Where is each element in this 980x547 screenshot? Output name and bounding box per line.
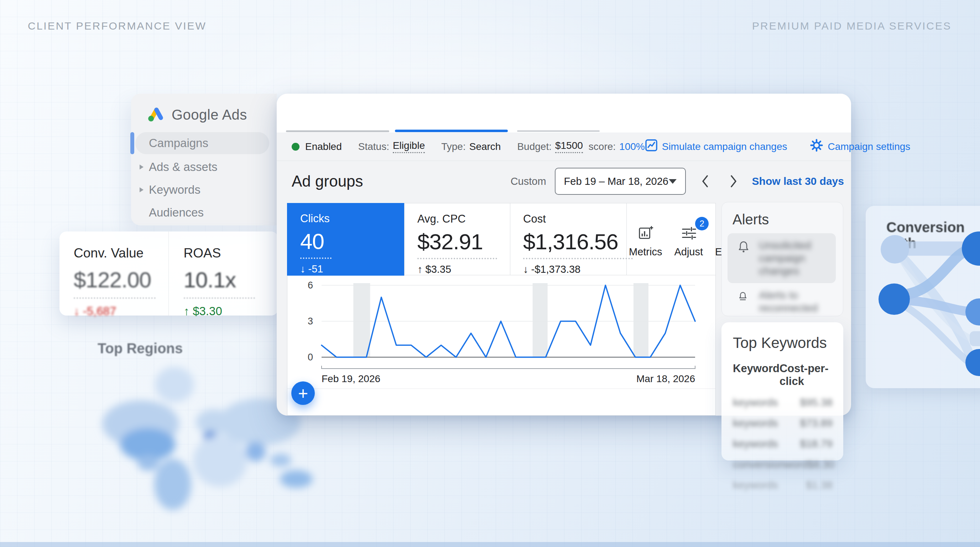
tab-indicator-inactive-2[interactable] [517,130,600,132]
google-ads-logo: Google Ads [131,94,277,124]
show-last-30-days-link[interactable]: Show last 30 days [752,175,844,187]
metrics-button[interactable]: Metrics [629,225,662,258]
next-period-button[interactable] [724,172,743,191]
budget-field: Budget: $1500 score: 100% [517,140,644,153]
sidebar-item-label: Campaigns [149,137,208,150]
custom-label: Custom [511,176,546,187]
svg-text:Feb 19, 2026: Feb 19, 2026 [321,373,380,384]
action-label: Adjust [674,246,703,258]
chevron-down-icon [669,179,676,184]
simulate-label: Simulate campaign changes [662,141,788,153]
alert-item[interactable]: Unsolicited campaign changes [727,233,836,283]
metrics-icon [638,225,654,243]
top-regions-title: Top Regions [97,340,183,356]
keyword-column-header: Keyword [733,362,780,388]
top-keywords-panel: Top Keywords Keyword Cost-per-click keyw… [721,322,843,461]
status-field: Status: Eligible [358,140,425,153]
chevron-right-icon [140,187,143,192]
metric-label: Clicks [300,212,404,225]
dotted-underline [300,258,331,259]
chevron-right-icon [140,165,143,170]
enabled-status: Enabled [292,141,342,153]
cpc-cell: $18.79 [800,438,832,450]
cpc-column-header: Cost-per-click [780,362,832,388]
alert-item[interactable]: Alerts to reconnected [732,284,836,320]
sidebar: Google Ads Campaigns Ads & assets Keywor… [131,94,277,226]
tab-indicator-active[interactable] [395,130,508,132]
cpc-cell: $8.30 [808,458,834,471]
metric-card-avg-cpc[interactable]: Avg. CPC $32.91 ↑ $3.35 [404,204,510,275]
roas-delta: ↑ $3.30 [184,304,278,318]
tab-strip [277,94,851,132]
keyword-row[interactable]: keywords $73.89 [733,417,832,429]
conv-value-amount: $122.00 [74,267,169,293]
logo-text: Google Ads [172,107,247,123]
metric-value: $32.91 [417,229,510,254]
score-label: score: [589,141,616,153]
sidebar-item-ads-assets[interactable]: Ads & assets [131,156,277,178]
campaign-settings-button[interactable]: Campaign settings [810,138,910,154]
google-ads-logo-icon [145,105,165,124]
cpc-cell: $73.89 [800,417,832,429]
sidebar-item-campaigns[interactable]: Campaigns [131,132,277,154]
svg-text:0: 0 [308,352,313,363]
adjust-badge: 2 [695,217,709,231]
date-range-dropdown[interactable]: Feb 19 – Mar 18, 2026 [555,168,686,195]
keyword-cell: keywords [733,396,778,409]
svg-text:Mar 18, 2026: Mar 18, 2026 [636,373,695,384]
conv-value-label: Conv. Value [74,246,169,261]
metric-card-clicks[interactable]: Clicks 40 ↓ -51 [287,203,404,276]
metric-value: 40 [300,229,404,254]
alert-text: Unsolicited campaign changes [759,239,832,277]
keyword-row[interactable]: keywords $1.38 [733,479,832,491]
budget-value[interactable]: $1500 [555,140,583,153]
roas-label: ROAS [184,246,278,261]
cpc-cell: $95.38 [800,396,832,409]
sidebar-item-audiences[interactable]: Audiences [131,201,277,224]
adgroups-header: Ad groups Custom Feb 19 – Mar 18, 2026 S… [277,161,851,202]
type-label: Type: [441,141,465,153]
sidebar-item-label: Audiences [149,206,204,219]
top-keywords-title: Top Keywords [733,334,832,351]
campaign-settings-label: Campaign settings [827,141,910,153]
status-value[interactable]: Eligible [393,140,425,153]
keyword-cell: conversionword [733,458,808,471]
sidebar-item-label: Ads & assets [149,160,218,174]
tab-indicator-inactive-1[interactable] [286,130,389,132]
svg-text:6: 6 [308,280,313,291]
dotted-underline [184,297,255,299]
conversion-path-card: Conversion path [866,206,980,388]
gear-icon [810,138,823,154]
enabled-dot-icon [292,143,299,151]
keyword-row[interactable]: conversionword $8.30 [733,458,832,471]
simulate-chart-icon [645,139,658,154]
prev-period-button[interactable] [696,172,714,191]
svg-text:3: 3 [308,316,313,326]
bell-icon [737,239,751,255]
score-value: 100% [619,141,645,153]
enabled-label: Enabled [305,141,342,153]
keyword-cell: keywords [733,417,778,429]
metric-delta: ↓ -$1,373.38 [523,264,627,275]
header-left-label: CLIENT PERFORMANCE VIEW [28,20,207,32]
sidebar-item-keywords[interactable]: Keywords [131,178,277,201]
adjust-sliders-icon [681,225,697,243]
metric-label: Cost [523,213,627,226]
action-label: Metrics [629,246,662,258]
metric-card-cost[interactable]: Cost $1,316.56 ↓ -$1,373.38 [510,204,627,275]
budget-label: Budget: [517,141,552,153]
roas-amount: 10.1x [184,267,278,293]
roas-card: ROAS 10.1x ↑ $3.30 [169,232,278,315]
bottom-accent-strip [0,542,980,547]
adjust-button[interactable]: 2 Adjust [674,225,703,258]
metrics-chart-block: Clicks 40 ↓ -51 Avg. CPC $32.91 ↑ $3.35 … [287,203,716,416]
keyword-cell: keywords [733,438,778,450]
keyword-row[interactable]: keywords $95.38 [733,396,832,409]
sidebar-item-label: Keywords [149,183,200,197]
dotted-underline [417,258,497,259]
campaigns-accent-bar [130,132,134,154]
add-fab-button[interactable]: + [291,382,315,405]
metric-label: Avg. CPC [417,213,510,226]
keyword-row[interactable]: keywords $18.79 [733,438,832,450]
simulate-campaign-changes-button[interactable]: Simulate campaign changes [645,139,788,154]
